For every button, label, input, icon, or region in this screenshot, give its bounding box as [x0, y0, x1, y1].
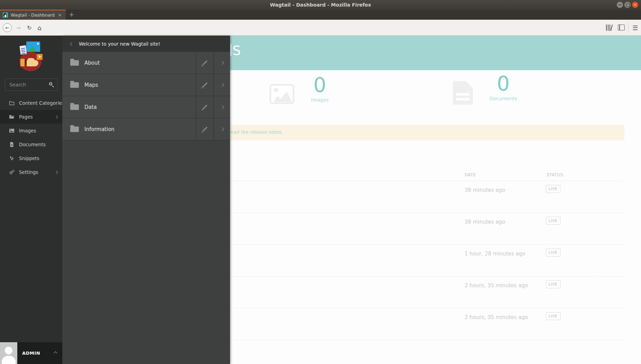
- close-tab-icon[interactable]: ✕: [57, 12, 63, 18]
- new-tab-button[interactable]: +: [66, 10, 77, 20]
- table-row[interactable]: 2 hours, 35 minutes ago LIVE: [230, 277, 624, 308]
- browser-toolbar: ← → ↻ ⌂ ⓘ localhost :8000/apps/cartoview…: [0, 20, 641, 36]
- explorer-header[interactable]: Welcome to your new Wagtail site!: [62, 36, 230, 52]
- folder-icon: [70, 60, 79, 66]
- status-badge: LIVE: [546, 312, 560, 320]
- chevron-left-icon: [70, 42, 74, 46]
- status-badge: LIVE: [546, 185, 560, 193]
- pencil-icon: [202, 127, 207, 131]
- chevron-right-icon: [220, 127, 224, 131]
- hamburger-menu-icon[interactable]: ☰: [630, 20, 640, 36]
- images-stat[interactable]: 0 Images: [269, 74, 329, 104]
- dashboard-content: S 0 Images 0 Documents ead the release n…: [230, 36, 641, 364]
- release-notes-link[interactable]: ead the release notes.: [231, 129, 283, 135]
- home-button[interactable]: ⌂: [35, 20, 44, 36]
- wagtail-favicon-icon: [3, 12, 8, 18]
- status-badge: LIVE: [546, 249, 560, 256]
- documents-stat[interactable]: 0 Documents: [453, 73, 517, 105]
- documents-count: 0: [497, 73, 510, 95]
- sidebar-item-content-categories[interactable]: Content Categories: [0, 96, 62, 110]
- forward-button[interactable]: →: [14, 20, 23, 36]
- toolbar-divider: [628, 23, 629, 32]
- pencil-icon: [202, 104, 207, 109]
- pages-explorer-flyout: Welcome to your new Wagtail site! About …: [62, 36, 230, 364]
- column-header-status: STATUS: [547, 172, 563, 177]
- chevron-right-icon: [55, 115, 58, 119]
- tab-title: Wagtail - Dashboard: [11, 12, 57, 18]
- edit-page-button[interactable]: [196, 52, 213, 74]
- open-folder-icon: [9, 114, 15, 120]
- window-titlebar: Wagtail - Dashboard - Mozilla Firefox ✕: [0, 0, 641, 10]
- edit-page-button[interactable]: [196, 74, 213, 96]
- edit-page-button[interactable]: [196, 96, 213, 118]
- explorer-item-data[interactable]: Data: [62, 96, 230, 118]
- folder-outline-icon: [9, 100, 15, 106]
- cartoview-logo: [18, 41, 43, 72]
- account-menu[interactable]: ADMIN: [0, 342, 62, 364]
- sidebar-menu: Content Categories Pages Images Document…: [0, 96, 62, 179]
- document-icon: [9, 142, 15, 147]
- chevron-right-icon: [220, 61, 224, 65]
- snippets-icon: [9, 156, 15, 161]
- expand-page-button[interactable]: [213, 118, 230, 140]
- maximize-button[interactable]: [624, 2, 631, 8]
- release-notes-banner: ead the release notes.: [216, 125, 624, 140]
- library-icon[interactable]: [605, 25, 613, 31]
- tab-bar: Wagtail - Dashboard ✕ +: [0, 10, 641, 20]
- page-heading-partial: S: [230, 43, 241, 58]
- table-row[interactable]: 38 minutes ago LIVE: [230, 181, 624, 213]
- pencil-icon: [202, 60, 207, 65]
- document-stat-icon: [453, 81, 473, 105]
- clipped-letter: [230, 44, 231, 56]
- images-count: 0: [313, 74, 326, 96]
- sidebar-item-snippets[interactable]: Snippets: [0, 151, 62, 165]
- back-icon: ←: [3, 23, 12, 32]
- sidebar-toggle-icon[interactable]: [618, 25, 625, 30]
- account-label: ADMIN: [22, 351, 54, 356]
- window-controls: ✕: [617, 2, 638, 8]
- expand-page-button[interactable]: [213, 74, 230, 96]
- folder-icon: [70, 82, 79, 88]
- dashboard-header: S: [230, 36, 641, 70]
- explorer-item-maps[interactable]: Maps: [62, 74, 230, 96]
- gear-icon: [9, 169, 15, 175]
- browser-tab[interactable]: Wagtail - Dashboard ✕: [0, 10, 66, 20]
- sidebar-item-documents[interactable]: Documents: [0, 138, 62, 151]
- explorer-title: Welcome to your new Wagtail site!: [79, 41, 160, 47]
- images-label: Images: [311, 97, 329, 103]
- explorer-item-about[interactable]: About: [62, 52, 230, 74]
- chevron-right-icon: [220, 83, 224, 87]
- documents-label: Documents: [489, 96, 517, 101]
- chevron-up-icon: [54, 352, 57, 355]
- sidebar-item-pages[interactable]: Pages: [0, 110, 62, 124]
- chevron-right-icon: [55, 170, 58, 174]
- folder-icon: [70, 104, 79, 110]
- back-button[interactable]: ←: [1, 20, 13, 36]
- expand-page-button[interactable]: [213, 52, 230, 74]
- pencil-icon: [202, 82, 207, 87]
- image-stat-icon: [269, 84, 294, 104]
- close-window-button[interactable]: ✕: [632, 2, 638, 8]
- chevron-right-icon: [220, 105, 224, 109]
- sidebar-search: [5, 78, 57, 91]
- expand-page-button[interactable]: [213, 96, 230, 118]
- status-badge: LIVE: [546, 217, 560, 225]
- sidebar-item-images[interactable]: Images: [0, 124, 62, 138]
- minimize-button[interactable]: [617, 2, 623, 8]
- sidebar-item-settings[interactable]: Settings: [0, 165, 62, 179]
- window-title: Wagtail - Dashboard - Mozilla Firefox: [270, 2, 371, 8]
- table-row[interactable]: 38 minutes ago LIVE: [230, 213, 624, 245]
- table-row[interactable]: 1 hour, 28 minutes ago LIVE: [230, 245, 624, 277]
- explorer-item-information[interactable]: Information: [62, 118, 230, 140]
- search-icon: [49, 82, 52, 85]
- status-badge: LIVE: [546, 280, 560, 288]
- table-row[interactable]: 2 hours, 35 minutes ago LIVE: [230, 308, 624, 340]
- avatar: [0, 342, 17, 364]
- table-body: 38 minutes ago LIVE 38 minutes ago LIVE …: [230, 181, 624, 340]
- edit-page-button[interactable]: [196, 118, 213, 140]
- reload-button[interactable]: ↻: [25, 20, 34, 36]
- column-header-date: DATE: [465, 172, 476, 177]
- admin-sidebar: Content Categories Pages Images Document…: [0, 36, 62, 364]
- image-icon: [9, 128, 15, 133]
- folder-icon: [70, 127, 79, 132]
